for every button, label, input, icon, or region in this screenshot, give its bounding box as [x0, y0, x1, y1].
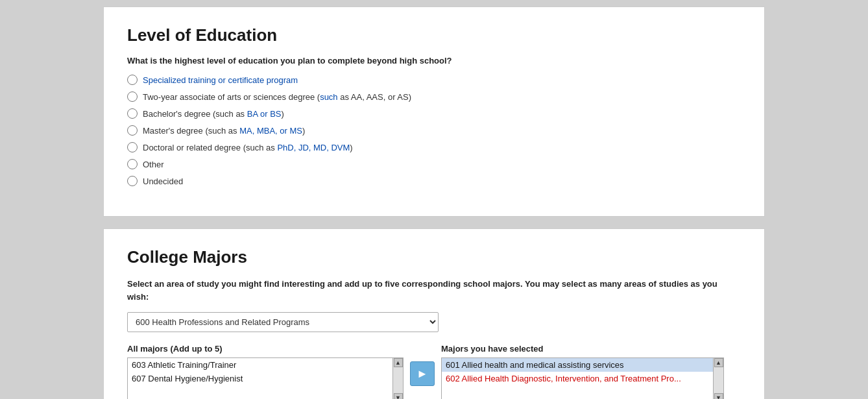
college-majors-instructions: Select an area of study you might find i… — [127, 278, 741, 303]
radio-twoyear[interactable] — [127, 91, 138, 102]
level-of-education-title: Level of Education — [127, 25, 741, 45]
radio-option-2[interactable]: Two-year associate of arts or sciences d… — [127, 91, 741, 102]
selected-majors-listbox-wrapper: 601 Allied health and medical assisting … — [441, 357, 724, 399]
radio-bachelors[interactable] — [127, 108, 138, 119]
radio-label-specialized[interactable]: Specialized training or certificate prog… — [143, 75, 298, 85]
all-majors-listbox[interactable]: 603 Athletic Training/Trainer 607 Dental… — [127, 357, 393, 399]
selected-majors-scrollbar: ▲ ▼ — [714, 357, 724, 399]
selected-scrollbar-down-arrow[interactable]: ▼ — [714, 393, 723, 399]
list-item[interactable]: 602 Allied Health Diagnostic, Interventi… — [442, 372, 713, 385]
all-majors-column: All majors (Add up to 5) 603 Athletic Tr… — [127, 344, 404, 399]
scrollbar-down-arrow[interactable]: ▼ — [394, 393, 403, 399]
radio-specialized[interactable] — [127, 75, 138, 85]
radio-label-bachelors[interactable]: Bachelor's degree (such as BA or BS) — [143, 109, 284, 119]
radio-label-undecided[interactable]: Undecided — [143, 176, 183, 186]
list-item[interactable]: 603 Athletic Training/Trainer — [128, 358, 392, 372]
list-item[interactable]: 601 Allied health and medical assisting … — [442, 358, 713, 372]
all-majors-listbox-wrapper: 603 Athletic Training/Trainer 607 Dental… — [127, 357, 404, 399]
radio-other[interactable] — [127, 159, 138, 169]
transfer-arrow-icon: ► — [416, 368, 428, 380]
radio-label-doctoral[interactable]: Doctoral or related degree (such as PhD,… — [143, 143, 353, 152]
radio-option-3[interactable]: Bachelor's degree (such as BA or BS) — [127, 108, 741, 119]
majors-section: All majors (Add up to 5) 603 Athletic Tr… — [127, 344, 741, 399]
all-majors-scrollbar: ▲ ▼ — [393, 357, 404, 399]
radio-option-6[interactable]: Other — [127, 159, 741, 169]
radio-option-4[interactable]: Master's degree (such as MA, MBA, or MS) — [127, 125, 741, 136]
radio-option-5[interactable]: Doctoral or related degree (such as PhD,… — [127, 142, 741, 152]
radio-option-1[interactable]: Specialized training or certificate prog… — [127, 75, 741, 85]
all-majors-label: All majors (Add up to 5) — [127, 344, 404, 354]
radio-doctoral[interactable] — [127, 142, 138, 152]
college-majors-title: College Majors — [127, 247, 741, 267]
radio-undecided[interactable] — [127, 176, 138, 186]
education-question: What is the highest level of education y… — [127, 56, 741, 66]
list-item[interactable]: 607 Dental Hygiene/Hygienist — [128, 372, 392, 385]
selected-majors-listbox[interactable]: 601 Allied health and medical assisting … — [441, 357, 714, 399]
radio-label-twoyear[interactable]: Two-year associate of arts or sciences d… — [143, 92, 411, 102]
selected-majors-column: Majors you have selected 601 Allied heal… — [441, 344, 724, 399]
scrollbar-up-arrow[interactable]: ▲ — [394, 358, 403, 367]
area-of-study-dropdown[interactable]: 600 Health Professions and Related Progr… — [127, 312, 439, 332]
transfer-button[interactable]: ► — [410, 361, 435, 386]
area-of-study-dropdown-row: 600 Health Professions and Related Progr… — [127, 312, 741, 332]
radio-masters[interactable] — [127, 125, 138, 136]
college-majors-card: College Majors Select an area of study y… — [103, 228, 765, 399]
selected-scrollbar-up-arrow[interactable]: ▲ — [714, 358, 723, 367]
level-of-education-card: Level of Education What is the highest l… — [103, 6, 765, 217]
radio-option-7[interactable]: Undecided — [127, 176, 741, 186]
radio-label-masters[interactable]: Master's degree (such as MA, MBA, or MS) — [143, 126, 305, 136]
radio-label-other[interactable]: Other — [143, 160, 164, 169]
selected-majors-label: Majors you have selected — [441, 344, 724, 354]
